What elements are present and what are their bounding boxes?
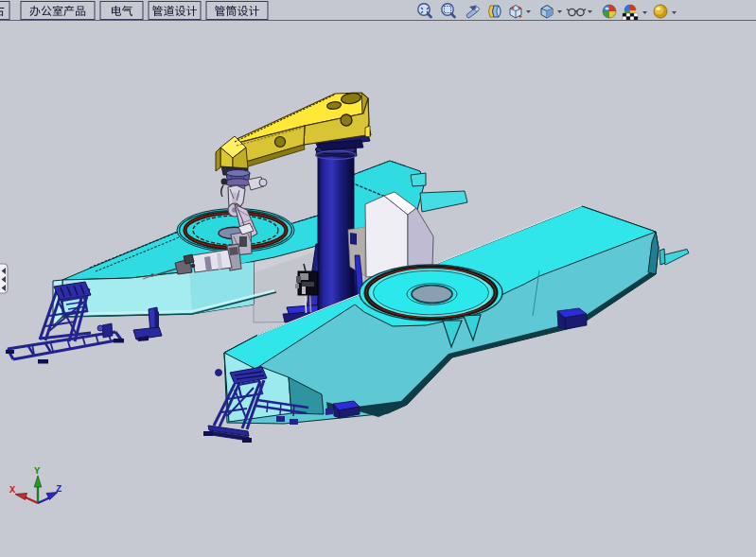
svg-text:X: X (9, 484, 16, 496)
svg-text:Y: Y (34, 465, 41, 477)
svg-text:Z: Z (56, 483, 62, 495)
